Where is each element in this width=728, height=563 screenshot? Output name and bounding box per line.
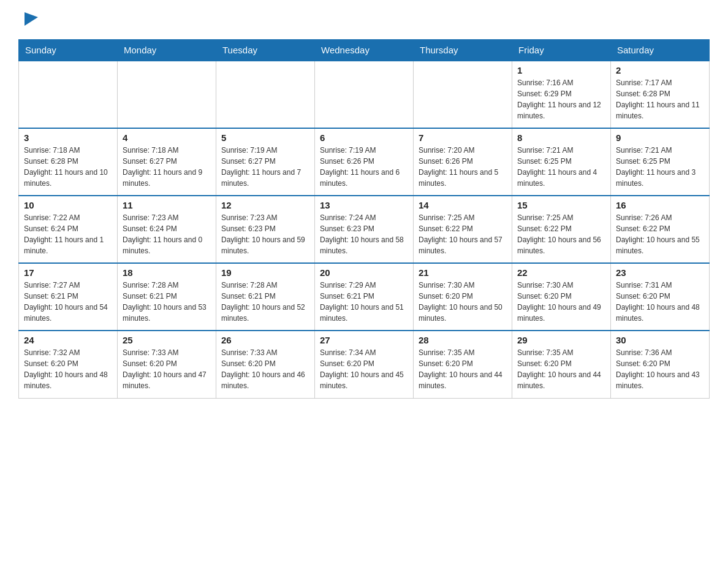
day-info: Sunrise: 7:19 AM Sunset: 6:26 PM Dayligh… — [320, 145, 408, 189]
day-number: 8 — [517, 132, 605, 143]
svg-marker-0 — [25, 12, 38, 26]
day-number: 26 — [221, 335, 309, 345]
day-number: 1 — [517, 65, 605, 75]
day-info: Sunrise: 7:31 AM Sunset: 6:20 PM Dayligh… — [616, 280, 704, 324]
day-info: Sunrise: 7:33 AM Sunset: 6:20 PM Dayligh… — [221, 347, 309, 391]
day-info: Sunrise: 7:26 AM Sunset: 6:22 PM Dayligh… — [616, 212, 704, 256]
calendar-cell: 23Sunrise: 7:31 AM Sunset: 6:20 PM Dayli… — [611, 263, 710, 331]
calendar-cell: 16Sunrise: 7:26 AM Sunset: 6:22 PM Dayli… — [611, 196, 710, 263]
day-number: 28 — [419, 335, 507, 345]
calendar-week-5: 24Sunrise: 7:32 AM Sunset: 6:20 PM Dayli… — [19, 331, 710, 398]
calendar-cell: 29Sunrise: 7:35 AM Sunset: 6:20 PM Dayli… — [512, 331, 611, 398]
calendar-cell: 2Sunrise: 7:17 AM Sunset: 6:28 PM Daylig… — [611, 61, 710, 128]
day-info: Sunrise: 7:21 AM Sunset: 6:25 PM Dayligh… — [517, 145, 605, 189]
calendar-cell — [118, 61, 216, 128]
day-number: 23 — [616, 267, 704, 278]
day-number: 11 — [123, 200, 211, 210]
day-info: Sunrise: 7:18 AM Sunset: 6:27 PM Dayligh… — [123, 145, 211, 189]
calendar-cell: 18Sunrise: 7:28 AM Sunset: 6:21 PM Dayli… — [118, 263, 216, 331]
day-number: 16 — [616, 200, 704, 210]
day-info: Sunrise: 7:33 AM Sunset: 6:20 PM Dayligh… — [123, 347, 211, 391]
day-number: 10 — [24, 200, 112, 210]
day-info: Sunrise: 7:18 AM Sunset: 6:28 PM Dayligh… — [24, 145, 112, 189]
column-header-thursday: Thursday — [414, 40, 512, 61]
day-number: 6 — [320, 132, 408, 143]
calendar-table: SundayMondayTuesdayWednesdayThursdayFrid… — [18, 39, 710, 399]
calendar-cell: 26Sunrise: 7:33 AM Sunset: 6:20 PM Dayli… — [216, 331, 315, 398]
calendar-cell: 28Sunrise: 7:35 AM Sunset: 6:20 PM Dayli… — [414, 331, 512, 398]
day-number: 19 — [221, 267, 309, 278]
day-info: Sunrise: 7:32 AM Sunset: 6:20 PM Dayligh… — [24, 347, 112, 391]
calendar-cell — [19, 61, 118, 128]
calendar-cell — [216, 61, 315, 128]
day-number: 25 — [123, 335, 211, 345]
page-header — [18, 12, 710, 33]
day-number: 21 — [419, 267, 507, 278]
column-header-monday: Monday — [118, 40, 216, 61]
day-number: 2 — [616, 65, 704, 75]
calendar-cell: 1Sunrise: 7:16 AM Sunset: 6:29 PM Daylig… — [512, 61, 611, 128]
day-number: 20 — [320, 267, 408, 278]
calendar-cell: 22Sunrise: 7:30 AM Sunset: 6:20 PM Dayli… — [512, 263, 611, 331]
day-number: 27 — [320, 335, 408, 345]
calendar-cell: 10Sunrise: 7:22 AM Sunset: 6:24 PM Dayli… — [19, 196, 118, 263]
calendar-cell: 13Sunrise: 7:24 AM Sunset: 6:23 PM Dayli… — [315, 196, 414, 263]
day-number: 7 — [419, 132, 507, 143]
calendar-cell: 14Sunrise: 7:25 AM Sunset: 6:22 PM Dayli… — [414, 196, 512, 263]
day-number: 17 — [24, 267, 112, 278]
day-number: 18 — [123, 267, 211, 278]
calendar-cell: 15Sunrise: 7:25 AM Sunset: 6:22 PM Dayli… — [512, 196, 611, 263]
calendar-cell: 9Sunrise: 7:21 AM Sunset: 6:25 PM Daylig… — [611, 128, 710, 196]
calendar-cell — [315, 61, 414, 128]
calendar-cell: 20Sunrise: 7:29 AM Sunset: 6:21 PM Dayli… — [315, 263, 414, 331]
calendar-cell: 24Sunrise: 7:32 AM Sunset: 6:20 PM Dayli… — [19, 331, 118, 398]
day-number: 12 — [221, 200, 309, 210]
day-info: Sunrise: 7:30 AM Sunset: 6:20 PM Dayligh… — [517, 280, 605, 324]
logo — [18, 12, 37, 33]
calendar-cell: 5Sunrise: 7:19 AM Sunset: 6:27 PM Daylig… — [216, 128, 315, 196]
day-info: Sunrise: 7:17 AM Sunset: 6:28 PM Dayligh… — [616, 77, 704, 121]
day-info: Sunrise: 7:21 AM Sunset: 6:25 PM Dayligh… — [616, 145, 704, 189]
day-info: Sunrise: 7:36 AM Sunset: 6:20 PM Dayligh… — [616, 347, 704, 391]
day-number: 9 — [616, 132, 704, 143]
day-info: Sunrise: 7:23 AM Sunset: 6:24 PM Dayligh… — [123, 212, 211, 256]
day-number: 5 — [221, 132, 309, 143]
calendar-cell: 25Sunrise: 7:33 AM Sunset: 6:20 PM Dayli… — [118, 331, 216, 398]
calendar-cell: 7Sunrise: 7:20 AM Sunset: 6:26 PM Daylig… — [414, 128, 512, 196]
calendar-cell: 4Sunrise: 7:18 AM Sunset: 6:27 PM Daylig… — [118, 128, 216, 196]
day-info: Sunrise: 7:35 AM Sunset: 6:20 PM Dayligh… — [419, 347, 507, 391]
calendar-cell — [414, 61, 512, 128]
calendar-cell: 17Sunrise: 7:27 AM Sunset: 6:21 PM Dayli… — [19, 263, 118, 331]
column-header-wednesday: Wednesday — [315, 40, 414, 61]
day-info: Sunrise: 7:19 AM Sunset: 6:27 PM Dayligh… — [221, 145, 309, 189]
day-info: Sunrise: 7:28 AM Sunset: 6:21 PM Dayligh… — [123, 280, 211, 324]
calendar-week-3: 10Sunrise: 7:22 AM Sunset: 6:24 PM Dayli… — [19, 196, 710, 263]
logo-arrow-icon — [25, 12, 38, 26]
calendar-week-1: 1Sunrise: 7:16 AM Sunset: 6:29 PM Daylig… — [19, 61, 710, 128]
day-number: 14 — [419, 200, 507, 210]
day-info: Sunrise: 7:16 AM Sunset: 6:29 PM Dayligh… — [517, 77, 605, 121]
day-info: Sunrise: 7:29 AM Sunset: 6:21 PM Dayligh… — [320, 280, 408, 324]
day-info: Sunrise: 7:35 AM Sunset: 6:20 PM Dayligh… — [517, 347, 605, 391]
day-info: Sunrise: 7:27 AM Sunset: 6:21 PM Dayligh… — [24, 280, 112, 324]
day-info: Sunrise: 7:30 AM Sunset: 6:20 PM Dayligh… — [419, 280, 507, 324]
day-info: Sunrise: 7:34 AM Sunset: 6:20 PM Dayligh… — [320, 347, 408, 391]
day-info: Sunrise: 7:25 AM Sunset: 6:22 PM Dayligh… — [517, 212, 605, 256]
calendar-cell: 3Sunrise: 7:18 AM Sunset: 6:28 PM Daylig… — [19, 128, 118, 196]
column-header-friday: Friday — [512, 40, 611, 61]
day-info: Sunrise: 7:20 AM Sunset: 6:26 PM Dayligh… — [419, 145, 507, 189]
day-number: 13 — [320, 200, 408, 210]
day-info: Sunrise: 7:24 AM Sunset: 6:23 PM Dayligh… — [320, 212, 408, 256]
calendar-week-4: 17Sunrise: 7:27 AM Sunset: 6:21 PM Dayli… — [19, 263, 710, 331]
column-header-tuesday: Tuesday — [216, 40, 315, 61]
calendar-body: 1Sunrise: 7:16 AM Sunset: 6:29 PM Daylig… — [19, 61, 710, 398]
day-number: 4 — [123, 132, 211, 143]
day-info: Sunrise: 7:28 AM Sunset: 6:21 PM Dayligh… — [221, 280, 309, 324]
day-number: 24 — [24, 335, 112, 345]
calendar-cell: 21Sunrise: 7:30 AM Sunset: 6:20 PM Dayli… — [414, 263, 512, 331]
calendar-cell: 27Sunrise: 7:34 AM Sunset: 6:20 PM Dayli… — [315, 331, 414, 398]
calendar-cell: 6Sunrise: 7:19 AM Sunset: 6:26 PM Daylig… — [315, 128, 414, 196]
day-info: Sunrise: 7:22 AM Sunset: 6:24 PM Dayligh… — [24, 212, 112, 256]
calendar-cell: 30Sunrise: 7:36 AM Sunset: 6:20 PM Dayli… — [611, 331, 710, 398]
day-info: Sunrise: 7:23 AM Sunset: 6:23 PM Dayligh… — [221, 212, 309, 256]
